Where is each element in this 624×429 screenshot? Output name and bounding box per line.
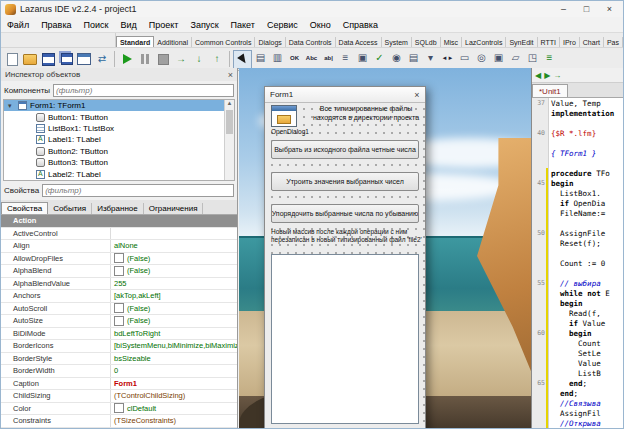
tmainmenu-icon[interactable]: ▤ <box>252 50 269 67</box>
minimize-button[interactable]: – <box>554 3 573 16</box>
property-value[interactable]: crDefault <box>111 428 237 429</box>
palette-tab-lazcontrols[interactable]: LazControls <box>462 37 506 47</box>
menu-item[interactable]: Запуск <box>184 19 224 31</box>
pause-icon[interactable] <box>136 50 154 68</box>
form-title-bar[interactable]: Form1 × <box>265 87 425 103</box>
tree-item[interactable]: Button3: TButton <box>4 157 234 168</box>
tscrollbar-icon[interactable]: ◄► <box>439 50 456 67</box>
toggle-form-unit-icon[interactable]: ⇄ <box>93 50 111 68</box>
menu-item[interactable]: Правка <box>35 19 77 31</box>
open-icon[interactable] <box>21 50 39 68</box>
inspector-tab[interactable]: Свойства <box>1 202 48 214</box>
menu-item[interactable]: Проект <box>143 19 185 31</box>
property-row[interactable]: Action <box>1 215 237 228</box>
checkbox-icon[interactable] <box>114 316 124 326</box>
tree-item[interactable]: Label1: TLabel <box>4 134 234 145</box>
inspector-close-button[interactable]: × <box>228 70 233 80</box>
palette-tab-system[interactable]: System <box>382 37 412 47</box>
property-value[interactable]: [akTop,akLeft] <box>111 290 237 302</box>
property-row[interactable]: ChildSizing(TControlChildSizing) <box>1 390 237 403</box>
checkbox-icon[interactable] <box>114 303 124 313</box>
tpanel-icon[interactable]: ▱ <box>507 50 524 67</box>
tradiogroup-icon[interactable]: ◎ <box>473 50 490 67</box>
property-row[interactable]: AlphaBlendValue255 <box>1 278 237 291</box>
goto-line-icon[interactable]: → <box>553 71 561 80</box>
form-button-2[interactable]: Утроить значения выбранных чисел <box>271 172 419 191</box>
property-value[interactable]: (False) <box>111 253 237 265</box>
run-icon[interactable] <box>118 50 136 68</box>
property-row[interactable]: BiDiModebdLeftToRight <box>1 328 237 341</box>
cursor-icon[interactable] <box>233 50 252 69</box>
property-value[interactable]: bsSizeable <box>111 353 237 365</box>
form-surface[interactable]: OpenDialog1 Все типизированные файлы нах… <box>265 102 425 428</box>
palette-tab-data-access[interactable]: Data Access <box>336 37 382 47</box>
property-value[interactable]: (False) <box>111 315 237 327</box>
tcheckbox-icon[interactable]: ✓ <box>371 50 388 67</box>
palette-tab-additional[interactable]: Additional <box>154 37 192 47</box>
inspector-tab[interactable]: Ограничения <box>144 203 204 214</box>
property-row[interactable]: Constraints(TSizeConstraints) <box>1 415 237 428</box>
components-filter-input[interactable] <box>53 84 234 97</box>
form-label2[interactable]: Новый массив после каждой операции с ним… <box>271 228 423 244</box>
palette-tab-common-controls[interactable]: Common Controls <box>192 37 255 47</box>
checkbox-icon[interactable] <box>114 253 124 263</box>
palette-tab-ipro[interactable]: IPro <box>560 37 580 47</box>
step-out-icon[interactable]: ↑ <box>208 50 226 68</box>
form-button-3[interactable]: Упорядочить выбранные числа по убыванию <box>271 204 419 223</box>
tgroupbox-icon[interactable]: ▭ <box>456 50 473 67</box>
tree-item[interactable]: Button1: TButton <box>4 111 234 122</box>
tbutton-icon[interactable]: OK <box>286 50 303 67</box>
property-row[interactable]: AutoScroll(False) <box>1 303 237 316</box>
tcheckgroup-icon[interactable]: ▣ <box>490 50 507 67</box>
editor-tab-unit1[interactable]: *Unit1 <box>532 84 568 97</box>
tframe-icon[interactable]: ◳ <box>524 50 541 67</box>
property-value[interactable]: (TControlChildSizing) <box>111 390 237 402</box>
tlabel-icon[interactable]: Abc <box>303 50 320 67</box>
tree-item[interactable]: Label2: TLabel <box>4 168 234 179</box>
property-row[interactable]: CaptionForm1 <box>1 378 237 391</box>
property-value[interactable]: (False) <box>111 265 237 277</box>
property-value[interactable]: (False) <box>111 303 237 315</box>
menu-item[interactable]: Пакет <box>225 19 261 31</box>
property-row[interactable]: CursorcrDefault <box>1 428 237 429</box>
form-button-1[interactable]: Выбрать из исходного файла четные числа <box>271 140 419 159</box>
property-row[interactable]: AlphaBlend(False) <box>1 265 237 278</box>
property-row[interactable]: BorderIcons[biSystemMenu,biMinimize,biMa… <box>1 340 237 353</box>
palette-tab-pas[interactable]: Pas <box>604 37 623 47</box>
opendialog-component-icon[interactable] <box>271 105 297 127</box>
inspector-tab[interactable]: События <box>48 203 92 214</box>
palette-tab-synedit[interactable]: SynEdit <box>506 37 537 47</box>
menu-item[interactable]: Вид <box>115 19 143 31</box>
palette-tab-chart[interactable]: Chart <box>580 37 604 47</box>
menu-item[interactable]: Сервис <box>261 19 304 31</box>
property-row[interactable]: Anchors[akTop,akLeft] <box>1 290 237 303</box>
property-row[interactable]: ActiveControl <box>1 228 237 241</box>
code-area[interactable]: 37Value, Tempimplementation40{$R *.lfm}{… <box>532 98 623 428</box>
tpopupmenu-icon[interactable]: ▥ <box>269 50 286 67</box>
property-value[interactable]: alNone <box>111 240 237 252</box>
property-value[interactable]: [biSystemMenu,biMinimize,biMaximize] <box>111 340 237 352</box>
step-over-icon[interactable]: → <box>172 50 190 68</box>
new-unit-icon[interactable] <box>3 50 21 68</box>
palette-tab-data-controls[interactable]: Data Controls <box>286 37 336 47</box>
property-row[interactable]: AutoSize(False) <box>1 315 237 328</box>
save-all-icon[interactable] <box>57 50 75 68</box>
property-value[interactable] <box>111 215 237 227</box>
form-close-button[interactable]: × <box>409 90 425 100</box>
menu-item[interactable]: Файл <box>1 19 35 31</box>
menu-item[interactable]: Поиск <box>78 19 115 31</box>
tree-item[interactable]: Button2: TButton <box>4 146 234 157</box>
save-icon[interactable] <box>39 50 57 68</box>
form-label1[interactable]: Все типизированные файлы находятся в дир… <box>311 105 421 122</box>
tlistbox-icon[interactable]: ▤ <box>405 50 422 67</box>
tradiobutton-icon[interactable]: ◉ <box>388 50 405 67</box>
property-value[interactable]: bdLeftToRight <box>111 328 237 340</box>
form-listbox[interactable] <box>271 254 419 424</box>
tree-item[interactable]: ListBox1: TListBox <box>4 123 234 134</box>
property-value[interactable]: (TSizeConstraints) <box>111 415 237 427</box>
tree-item[interactable]: ▾Form1: TForm1 <box>4 100 234 111</box>
menu-item[interactable]: Справка <box>337 19 384 31</box>
step-into-icon[interactable]: ↓ <box>190 50 208 68</box>
tedit-icon[interactable]: ab| <box>320 50 337 67</box>
property-value[interactable]: clDefault <box>111 403 237 415</box>
